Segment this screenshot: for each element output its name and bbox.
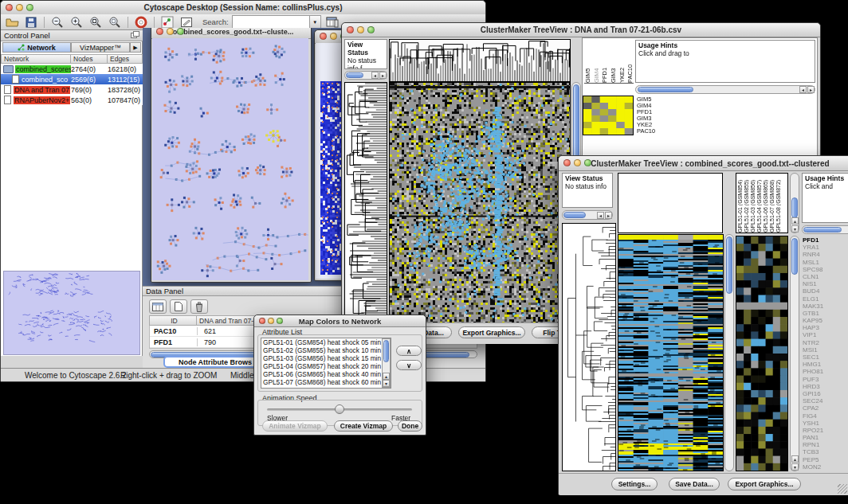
- zoom-in-icon[interactable]: [69, 15, 84, 29]
- scroll-right-icon[interactable]: ▸: [807, 86, 815, 93]
- scrollbar-thumb[interactable]: [346, 72, 363, 78]
- zoom-icon[interactable]: [277, 318, 283, 324]
- minimize-icon[interactable]: [574, 159, 581, 166]
- search-dropdown-icon[interactable]: ▼: [310, 15, 321, 29]
- minimize-icon[interactable]: [167, 28, 174, 35]
- save-session-icon[interactable]: [23, 15, 39, 29]
- attribute-browser-icon[interactable]: [324, 15, 340, 29]
- tv1-zoom-hscrollbar[interactable]: ◂ ▸: [635, 85, 815, 94]
- col-header-nodes[interactable]: Nodes: [71, 54, 108, 64]
- treeview1-title-bar[interactable]: ClusterMaker TreeView : DNA and Tran 07-…: [342, 23, 820, 37]
- col-header-network[interactable]: Network: [1, 54, 71, 64]
- close-icon[interactable]: [320, 33, 327, 40]
- minimize-icon[interactable]: [330, 33, 337, 40]
- window-controls[interactable]: [259, 318, 283, 324]
- network-row[interactable]: RNAPuberNov2+563(0)107847(0): [1, 95, 143, 105]
- attribute-list-item[interactable]: GPL51-07 (GSM868) heat shock 60 min: [261, 378, 391, 386]
- network-view-1-canvas[interactable]: [152, 38, 308, 280]
- tab-vizmapper[interactable]: VizMapper™: [71, 42, 130, 53]
- scroll-right-icon[interactable]: ▸: [605, 212, 612, 219]
- col-header-id[interactable]: ID: [149, 315, 197, 326]
- scrollbar-thumb[interactable]: [726, 236, 732, 294]
- scrollbar-thumb[interactable]: [383, 340, 389, 362]
- zoom-icon[interactable]: [26, 4, 33, 11]
- zoom-fit-icon[interactable]: [88, 15, 104, 29]
- close-icon[interactable]: [563, 159, 571, 166]
- tv2-zoom-heatmap[interactable]: [736, 236, 788, 471]
- scroll-up-icon[interactable]: ▴: [791, 217, 799, 225]
- zoom-icon[interactable]: [584, 159, 591, 166]
- tab-overflow-arrow[interactable]: ▶: [130, 42, 141, 53]
- tv2-row-dendrogram[interactable]: [562, 223, 616, 471]
- tab-network[interactable]: Network: [2, 42, 71, 53]
- scroll-up-icon[interactable]: ▴: [383, 373, 390, 380]
- select-attributes-icon[interactable]: [149, 299, 167, 314]
- scroll-left-icon[interactable]: ◂: [371, 72, 379, 79]
- close-icon[interactable]: [156, 28, 163, 35]
- tv1-row-dendrogram-canvas[interactable]: [345, 83, 387, 324]
- window-controls[interactable]: [347, 26, 375, 33]
- attribute-list-item[interactable]: GPL51-01 (GSM854) heat shock 05 min: [261, 338, 391, 346]
- scroll-right-icon[interactable]: ▸: [379, 72, 387, 79]
- tv2-save-data-button[interactable]: Save Data...: [669, 478, 720, 490]
- scroll-left-icon[interactable]: ◂: [597, 212, 604, 219]
- tv2-usage-hscrollbar[interactable]: [802, 225, 848, 234]
- minimize-icon[interactable]: [357, 26, 364, 33]
- scroll-down-icon[interactable]: ▾: [791, 225, 799, 232]
- tv2-col-labels-vscrollbar[interactable]: ▴ ▾: [790, 173, 799, 233]
- minimize-icon[interactable]: [268, 318, 274, 324]
- scrollbar-thumb[interactable]: [791, 238, 798, 275]
- create-vizmap-button[interactable]: Create Vizmap: [334, 420, 393, 432]
- animate-vizmap-button[interactable]: Animate Vizmap: [262, 420, 328, 432]
- help-lifering-icon[interactable]: [133, 15, 149, 29]
- tv2-heatmap-vscrollbar[interactable]: [724, 234, 734, 471]
- tv2-heatmap[interactable]: [618, 234, 724, 471]
- main-title-bar[interactable]: Cytoscape Desktop (Session Name: collins…: [1, 1, 485, 15]
- scrollbar-thumb[interactable]: [803, 227, 842, 232]
- zoom-icon[interactable]: [367, 26, 375, 33]
- attribute-list-item[interactable]: GPL51-03 (GSM856) heat shock 15 min: [261, 354, 391, 362]
- search-input[interactable]: [232, 15, 310, 29]
- tv2-settings-button[interactable]: Settings...: [611, 478, 658, 490]
- close-icon[interactable]: [259, 318, 265, 324]
- network-row[interactable]: DNA and Tran 07769(0)183728(0): [1, 84, 143, 95]
- network-view-1-title-bar[interactable]: combined_scores_good.txt--cluste...: [151, 28, 311, 39]
- network-overview[interactable]: [3, 271, 140, 355]
- tv1-col-dendrogram[interactable]: [389, 39, 571, 82]
- minimize-icon[interactable]: [16, 4, 23, 11]
- tv2-export-graphics-button[interactable]: Export Graphics...: [728, 478, 801, 490]
- close-icon[interactable]: [6, 4, 13, 11]
- treeview2-title-bar[interactable]: ClusterMaker TreeView : combined_scores_…: [559, 156, 848, 171]
- attribute-list-vscrollbar[interactable]: ▴ ▾: [382, 338, 391, 388]
- tv1-zoom-heatmap[interactable]: [583, 96, 634, 135]
- scrollbar-thumb[interactable]: [791, 197, 798, 218]
- tv2-zoom-heatmap-canvas[interactable]: [736, 236, 787, 471]
- scrollbar-thumb[interactable]: [638, 87, 693, 92]
- tv2-status-hscrollbar[interactable]: ◂ ▸: [562, 210, 613, 220]
- network-row[interactable]: combined_sco2569(6)13112(15): [1, 74, 143, 84]
- window-controls[interactable]: [156, 28, 184, 35]
- tv1-export-graphics-button[interactable]: Export Graphics...: [458, 326, 525, 338]
- resize-grip[interactable]: [838, 484, 847, 494]
- move-up-button[interactable]: ∧: [396, 346, 422, 356]
- tv1-zoom-heatmap-canvas[interactable]: [583, 96, 633, 135]
- scroll-down-icon[interactable]: ▾: [383, 380, 390, 387]
- network-overview-canvas[interactable]: [4, 272, 139, 354]
- open-session-icon[interactable]: [4, 15, 20, 29]
- scroll-up-icon[interactable]: ▴: [791, 455, 799, 463]
- float-panel-icon[interactable]: [131, 31, 139, 40]
- attribute-list-item[interactable]: GPL51-06 (GSM865) heat shock 40 min: [261, 370, 391, 378]
- tv2-gene-vscrollbar[interactable]: ▴ ▾: [790, 236, 799, 471]
- annotation-icon[interactable]: [179, 15, 194, 29]
- scroll-left-icon[interactable]: ◂: [799, 86, 807, 93]
- done-button[interactable]: Done: [398, 420, 422, 432]
- tv1-col-dendrogram-canvas[interactable]: [390, 40, 570, 81]
- move-down-button[interactable]: ∨: [396, 360, 422, 370]
- zoom-out-icon[interactable]: [49, 15, 65, 29]
- close-icon[interactable]: [347, 26, 354, 33]
- dialog-title-bar[interactable]: Map Colors to Network: [254, 315, 426, 327]
- scrollbar-thumb[interactable]: [563, 212, 586, 218]
- attribute-list-item[interactable]: GPL51-04 (GSM857) heat shock 20 min: [261, 362, 391, 370]
- delete-attribute-icon[interactable]: [190, 299, 208, 314]
- scroll-down-icon[interactable]: ▾: [791, 463, 799, 471]
